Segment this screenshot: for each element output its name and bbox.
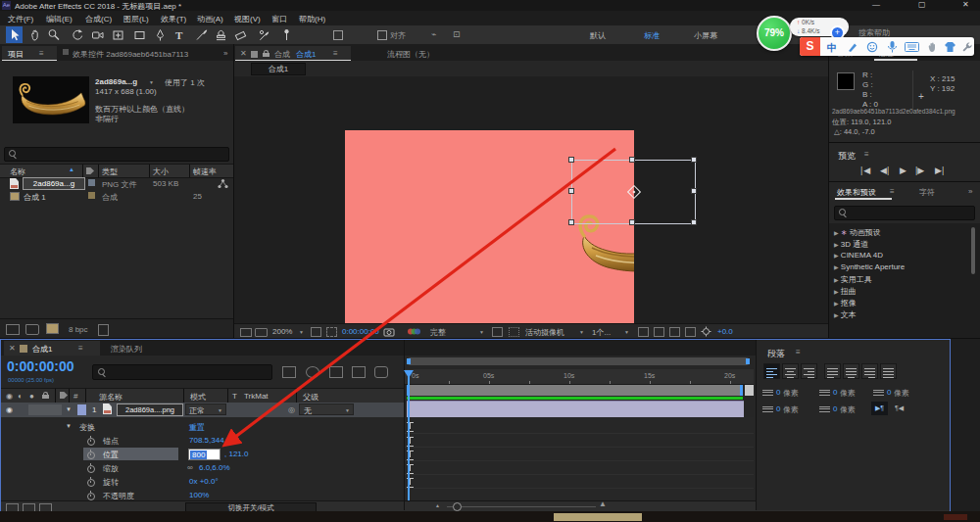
timeline-current-time[interactable]: 0:00:00:00 <box>7 358 74 374</box>
menu-view[interactable]: 视图(V) <box>234 14 261 24</box>
anchor-point-label[interactable]: 锚点 <box>103 436 119 447</box>
menu-help[interactable]: 帮助(H) <box>299 14 325 24</box>
column-fps[interactable]: 帧速率 <box>193 166 217 177</box>
transform-expander-icon[interactable]: ▼ <box>66 423 72 429</box>
active-camera-select[interactable]: 活动摄像机 <box>525 327 564 338</box>
puppet-pin-tool-icon[interactable] <box>280 28 295 43</box>
panel-menu-icon[interactable]: ≡ <box>890 187 895 196</box>
primary-viewer-icon[interactable] <box>255 328 268 337</box>
layer-switches[interactable] <box>28 404 62 415</box>
justify-all-button[interactable] <box>880 363 897 379</box>
navigator-end-handle[interactable] <box>746 358 750 364</box>
handwriting-icon[interactable] <box>847 41 858 53</box>
motion-sketch-icon[interactable]: ⌁ <box>431 29 436 39</box>
layer-visibility-icon[interactable]: ◉ <box>6 405 13 414</box>
selection-handle[interactable] <box>568 219 574 225</box>
panel-menu-icon[interactable]: ≡ <box>864 150 869 159</box>
type-tool-icon[interactable]: T <box>172 28 187 43</box>
project-row-footage[interactable]: 2ad869a...g PNG 文件 503 KB <box>0 177 233 190</box>
panel-menu-icon[interactable]: ≡ <box>796 348 801 356</box>
selection-handle[interactable] <box>629 157 635 163</box>
grid-guides-icon[interactable] <box>311 327 321 337</box>
layer-source-name[interactable]: 2ad869a....png <box>117 403 183 416</box>
motion-blur-icon[interactable] <box>374 366 388 378</box>
close-button[interactable]: ✕ <box>962 0 969 9</box>
effects-search-input[interactable] <box>834 206 975 220</box>
menu-effect[interactable]: 效果(T) <box>161 14 186 24</box>
eraser-tool-icon[interactable] <box>234 28 249 43</box>
tab-effect-controls[interactable]: 效果控件 2ad869aeb6451ba7113 <box>73 49 218 60</box>
scrollbar[interactable] <box>971 227 975 274</box>
justify-last-center-button[interactable] <box>843 363 859 379</box>
column-mode[interactable]: 模式 <box>190 392 206 403</box>
new-composition-icon[interactable] <box>46 323 59 334</box>
tab-effects-presets[interactable]: 效果和预设 <box>837 187 876 198</box>
ime-toolbar[interactable]: S 中 <box>800 37 974 56</box>
channel-colors-icon[interactable] <box>407 326 420 337</box>
exposure-value[interactable]: +0.0 <box>717 327 733 336</box>
rotation-tool-icon[interactable] <box>72 28 86 43</box>
column-parent[interactable]: 父级 <box>303 392 318 403</box>
interpret-footage-icon[interactable] <box>6 324 20 335</box>
taskbar-item[interactable] <box>554 513 642 521</box>
exposure-reset-icon[interactable] <box>701 326 711 337</box>
position-edit-field[interactable]: 800 <box>188 449 220 460</box>
current-time-display[interactable]: 0:00:00:00 <box>342 327 379 336</box>
playhead-handle[interactable] <box>404 370 414 378</box>
space-after-value[interactable]: 0 <box>833 404 837 413</box>
skin-hand-icon[interactable] <box>927 41 938 53</box>
comp-marker-bin-icon[interactable] <box>745 385 754 396</box>
panel-menu-icon[interactable]: ≡ <box>333 49 338 58</box>
tab-project[interactable]: 项目 ≡ <box>2 46 57 61</box>
sogou-logo[interactable]: S <box>800 37 820 56</box>
camera-tool-icon[interactable] <box>91 28 106 43</box>
transport-play[interactable]: ▶ <box>900 166 906 175</box>
magnification-select[interactable]: 200% <box>272 327 292 336</box>
effects-category[interactable]: ▶ Synthetic Aperture <box>834 262 905 271</box>
zoom-in-mountain-icon[interactable]: ▲ <box>599 499 607 508</box>
settings-wrench-icon[interactable] <box>961 41 973 53</box>
maximize-button[interactable]: ▢ <box>918 0 926 9</box>
project-search-input[interactable] <box>4 147 229 162</box>
pen-tool-icon[interactable] <box>154 28 169 43</box>
menu-file[interactable]: 文件(F) <box>8 14 33 24</box>
workspace-default[interactable]: 默认 <box>590 30 606 41</box>
stopwatch-icon[interactable] <box>87 479 95 487</box>
effects-category[interactable]: ▶ 文本 <box>834 309 857 320</box>
selection-handle[interactable] <box>629 219 635 225</box>
tab-character[interactable]: 字符 <box>919 187 935 198</box>
indent-left-value[interactable]: 0 <box>776 388 780 397</box>
mask-feather-icon[interactable]: ⊡ <box>453 29 461 39</box>
close-tab-icon[interactable]: ✕ <box>9 344 16 353</box>
label-color-swatch[interactable] <box>88 179 95 186</box>
indent-right-value[interactable]: 0 <box>833 388 837 397</box>
menu-composition[interactable]: 合成(C) <box>85 14 112 24</box>
resolution-select[interactable]: 完整 <box>430 327 446 338</box>
menu-layer[interactable]: 图层(L) <box>123 14 149 24</box>
zoom-tool-icon[interactable] <box>47 28 62 43</box>
selection-handle[interactable] <box>691 188 697 194</box>
layer-label-swatch[interactable] <box>77 404 86 415</box>
delete-icon[interactable] <box>98 324 109 336</box>
region-of-interest-icon[interactable] <box>492 327 503 337</box>
roto-brush-tool-icon[interactable] <box>258 28 272 43</box>
workspace-small-screen[interactable]: 小屏幕 <box>694 30 717 41</box>
position-label[interactable]: 位置 <box>103 450 119 460</box>
timeline-navigator[interactable] <box>407 357 750 365</box>
stopwatch-icon[interactable] <box>87 465 95 473</box>
fast-previews-icon[interactable] <box>654 327 664 337</box>
panel-menu-icon[interactable]: ≡ <box>78 344 83 353</box>
footage-name-caret-icon[interactable]: ▼ <box>149 79 154 85</box>
workspace-standard[interactable]: 标准 <box>644 30 660 41</box>
hide-shy-layers-icon[interactable] <box>329 366 343 378</box>
justify-last-right-button[interactable] <box>861 363 878 379</box>
zoom-out-mountain-icon[interactable]: ▲ <box>435 502 440 508</box>
pixel-aspect-icon[interactable] <box>638 327 649 337</box>
stopwatch-icon[interactable] <box>87 493 95 500</box>
mask-visibility-icon[interactable] <box>326 327 337 337</box>
selection-tool-icon[interactable] <box>8 28 23 43</box>
justify-last-left-button[interactable] <box>824 363 841 379</box>
memory-accelerator-ball[interactable]: 79% <box>757 16 792 51</box>
scale-value[interactable]: 6.0,6.0% <box>199 463 230 472</box>
selection-handle[interactable] <box>691 219 697 225</box>
